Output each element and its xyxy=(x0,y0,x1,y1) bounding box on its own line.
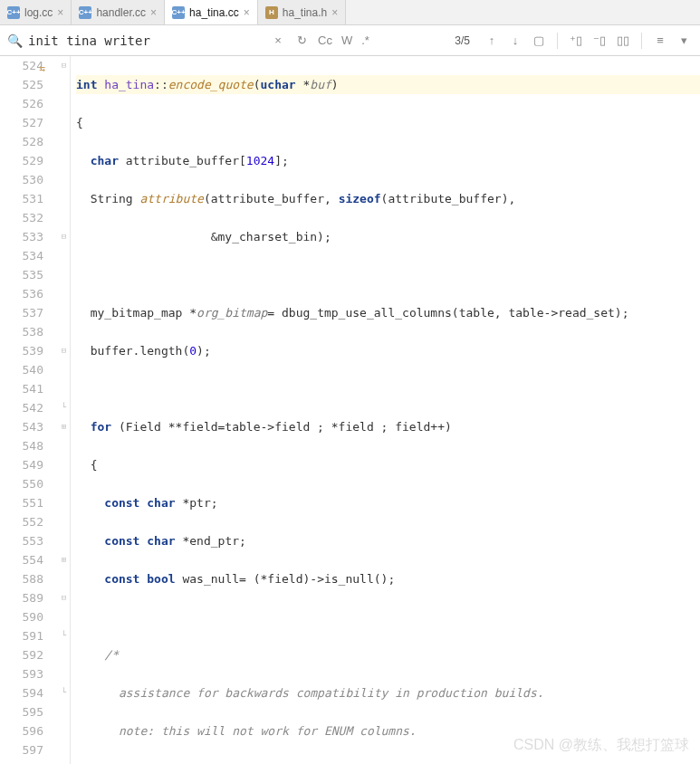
fold-toggle[interactable]: ⊟ xyxy=(58,588,70,607)
cpp-file-icon: C++ xyxy=(79,6,91,19)
filter-icon[interactable]: ▾ xyxy=(675,32,693,50)
tab-label: ha_tina.h xyxy=(283,6,327,19)
tab-hatina-cc[interactable]: C++ha_tina.cc× xyxy=(165,0,258,24)
tab-hatina-h[interactable]: Hha_tina.h× xyxy=(258,0,346,24)
select-all-icon[interactable]: ▯▯ xyxy=(614,32,632,50)
match-case-toggle[interactable]: Cc xyxy=(316,32,334,50)
tab-handler[interactable]: C++handler.cc× xyxy=(72,0,165,24)
regex-toggle[interactable]: .* xyxy=(360,32,371,50)
code-editor[interactable]: 524⇆ 52552652752852953053153253353453553… xyxy=(0,56,700,764)
close-icon[interactable]: × xyxy=(150,6,157,19)
close-icon[interactable]: × xyxy=(244,6,250,19)
code-content[interactable]: int ha_tina::encode_quote(uchar *buf) { … xyxy=(71,56,700,764)
tab-log[interactable]: C++log.cc× xyxy=(0,0,72,24)
h-file-icon: H xyxy=(265,6,278,19)
search-bar: 🔍 × ↻ Cc W .* 3/5 ↑ ↓ ▢ ⁺▯ ⁻▯ ▯▯ ≡ ▾ xyxy=(0,25,700,56)
search-history-icon[interactable]: ↻ xyxy=(292,32,311,50)
fold-toggle[interactable]: ⊟ xyxy=(58,341,70,360)
tab-bar: C++log.cc× C++handler.cc× C++ha_tina.cc×… xyxy=(0,0,700,25)
divider xyxy=(641,33,642,49)
open-in-find-window-icon[interactable]: ▢ xyxy=(530,32,548,50)
words-toggle[interactable]: W xyxy=(340,32,354,50)
fold-toggle[interactable]: ⊟ xyxy=(58,227,70,246)
close-icon[interactable]: × xyxy=(57,6,63,19)
prev-match-icon[interactable]: ↑ xyxy=(483,32,501,50)
search-input[interactable] xyxy=(28,33,264,48)
tab-label: handler.cc xyxy=(96,6,146,19)
fold-toggle[interactable]: ⊞ xyxy=(58,417,70,436)
line-number-gutter: 524⇆ 52552652752852953053153253353453553… xyxy=(0,56,58,764)
next-match-icon[interactable]: ↓ xyxy=(506,32,524,50)
clear-search-icon[interactable]: × xyxy=(269,32,287,50)
fold-toggle[interactable]: ⊞ xyxy=(58,550,70,569)
tab-label: log.cc xyxy=(24,6,53,19)
fold-toggle[interactable]: ⊟ xyxy=(58,56,70,75)
match-count: 3/5 xyxy=(447,34,477,47)
search-icon: 🔍 xyxy=(7,33,23,48)
divider xyxy=(557,33,558,49)
fold-gutter: ⊟⊟⊟└⊞⊞⊟└└ xyxy=(58,56,71,764)
remove-selection-icon[interactable]: ⁻▯ xyxy=(590,32,609,50)
settings-icon[interactable]: ≡ xyxy=(651,32,669,50)
add-selection-icon[interactable]: ⁺▯ xyxy=(567,32,585,50)
tab-label: ha_tina.cc xyxy=(189,6,239,19)
close-icon[interactable]: × xyxy=(331,6,338,19)
cpp-file-icon: C++ xyxy=(7,6,20,19)
cpp-file-icon: C++ xyxy=(172,6,185,19)
